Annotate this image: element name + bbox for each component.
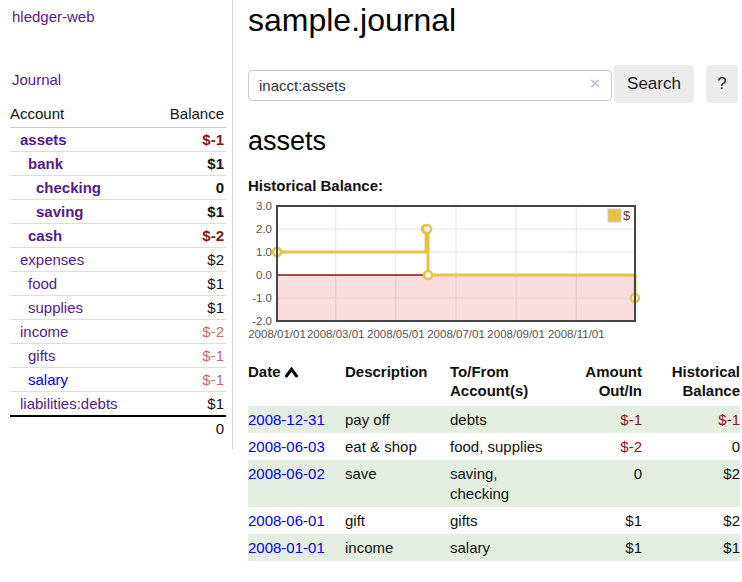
- transaction-date-link[interactable]: 2008-06-03: [248, 438, 325, 455]
- register-header-row: Date Description To/From Account(s) Amou…: [248, 360, 740, 406]
- account-name-cell: liabilities:debts: [10, 392, 152, 417]
- search-button[interactable]: Search: [614, 65, 694, 103]
- account-name-cell: bank: [10, 152, 152, 176]
- account-link[interactable]: gifts: [28, 347, 56, 364]
- account-link[interactable]: food: [28, 275, 57, 292]
- register-header-description: Description: [345, 360, 450, 406]
- register-date-cell: 2008-12-31: [248, 406, 345, 433]
- account-balance: $1: [152, 272, 226, 296]
- y-tick-label: 2.0: [256, 223, 272, 235]
- accounts-header-row: Account Balance: [10, 102, 226, 128]
- accounts-total-row: 0: [10, 416, 226, 440]
- register-row: 2008-06-03eat & shopfood, supplies$-20: [248, 433, 740, 460]
- chart-title: Historical Balance:: [248, 177, 383, 194]
- account-row: bank$1: [10, 152, 226, 176]
- x-tick-label: 2008/03/01: [307, 328, 365, 340]
- data-point-marker: [424, 271, 432, 279]
- account-link[interactable]: bank: [28, 155, 63, 172]
- accounts-total-value: 0: [152, 416, 226, 440]
- x-tick-label: 2008/09/01: [487, 328, 545, 340]
- register-row: 2008-06-01giftgifts$1$2: [248, 507, 740, 534]
- account-row: income$-2: [10, 320, 226, 344]
- sort-ascending-icon: [285, 363, 298, 382]
- account-heading: assets: [248, 126, 326, 157]
- accounts-table: Account Balance assets$-1bank$1checking0…: [10, 102, 226, 440]
- register-date-cell: 2008-06-01: [248, 507, 345, 534]
- register-balance-cell: $-1: [642, 406, 740, 433]
- chart-canvas: 3.02.01.00.0-1.0-2.02008/01/012008/03/01…: [240, 200, 642, 344]
- legend-swatch: [608, 209, 621, 222]
- register-date-cell: 2008-06-02: [248, 460, 345, 507]
- sidebar-divider: [232, 0, 233, 449]
- register-accounts-cell: food, supplies: [450, 433, 562, 460]
- transaction-date-link[interactable]: 2008-06-02: [248, 465, 325, 482]
- page-title: sample.journal: [248, 2, 456, 39]
- account-row: supplies$1: [10, 296, 226, 320]
- account-link[interactable]: cash: [28, 227, 62, 244]
- register-header-date[interactable]: Date: [248, 360, 345, 406]
- register-description-cell: gift: [345, 507, 450, 534]
- register-row: 2008-06-02savesaving, checking0$2: [248, 460, 740, 507]
- register-table: Date Description To/From Account(s) Amou…: [248, 360, 740, 561]
- account-row: expenses$2: [10, 248, 226, 272]
- y-tick-label: 3.0: [256, 200, 272, 212]
- account-row: liabilities:debts$1: [10, 392, 226, 417]
- account-link[interactable]: assets: [20, 131, 67, 148]
- register-header-date-label: Date: [248, 363, 281, 380]
- register-amount-cell: $-1: [562, 406, 642, 433]
- account-link[interactable]: liabilities:debts: [20, 395, 118, 412]
- hledger-web-app: hledger-web Journal Account Balance asse…: [0, 0, 742, 582]
- accounts-header-balance: Balance: [152, 102, 226, 128]
- account-name-cell: gifts: [10, 344, 152, 368]
- y-tick-label: -1.0: [252, 292, 272, 304]
- search-help-button[interactable]: ?: [706, 65, 738, 103]
- register-description-cell: eat & shop: [345, 433, 450, 460]
- account-name-cell: income: [10, 320, 152, 344]
- account-link[interactable]: checking: [36, 179, 101, 196]
- register-description-cell: income: [345, 534, 450, 561]
- account-row: cash$-2: [10, 224, 226, 248]
- transaction-date-link[interactable]: 2008-06-01: [248, 512, 325, 529]
- x-tick-label: 2008/07/01: [427, 328, 485, 340]
- account-name-cell: checking: [10, 176, 152, 200]
- transaction-date-link[interactable]: 2008-12-31: [248, 411, 325, 428]
- account-balance: 0: [152, 176, 226, 200]
- account-link[interactable]: salary: [28, 371, 68, 388]
- account-row: food$1: [10, 272, 226, 296]
- account-link[interactable]: expenses: [20, 251, 84, 268]
- account-balance: $-2: [152, 224, 226, 248]
- legend-label: $: [623, 208, 631, 223]
- account-balance: $1: [152, 200, 226, 224]
- register-balance-cell: $1: [642, 534, 740, 561]
- data-point-marker: [423, 225, 431, 233]
- register-amount-cell: $1: [562, 507, 642, 534]
- x-tick-label: 2008/01/01: [248, 328, 306, 340]
- y-tick-label: 0.0: [256, 269, 272, 281]
- account-link[interactable]: supplies: [28, 299, 83, 316]
- transaction-date-link[interactable]: 2008-01-01: [248, 539, 325, 556]
- register-balance-cell: 0: [642, 433, 740, 460]
- account-name-cell: expenses: [10, 248, 152, 272]
- sidebar-item-journal[interactable]: Journal: [12, 71, 61, 88]
- account-balance: $-2: [152, 320, 226, 344]
- clear-search-icon[interactable]: ×: [590, 74, 600, 94]
- account-balance: $-1: [152, 128, 226, 152]
- account-link[interactable]: saving: [36, 203, 84, 220]
- y-tick-label: -2.0: [252, 315, 272, 327]
- account-balance: $-1: [152, 368, 226, 392]
- account-link[interactable]: income: [20, 323, 68, 340]
- y-tick-label: 1.0: [256, 246, 272, 258]
- register-amount-cell: $-2: [562, 433, 642, 460]
- register-row: 2008-12-31pay offdebts$-1$-1: [248, 406, 740, 433]
- register-header-accounts: To/From Account(s): [450, 360, 562, 406]
- x-tick-label: 2008/05/01: [367, 328, 425, 340]
- accounts-total-spacer: [10, 416, 152, 440]
- register-balance-cell: $2: [642, 460, 740, 507]
- brand-link[interactable]: hledger-web: [12, 8, 95, 25]
- search-input[interactable]: [248, 70, 612, 101]
- register-description-cell: pay off: [345, 406, 450, 433]
- register-row: 2008-01-01incomesalary$1$1: [248, 534, 740, 561]
- register-balance-cell: $2: [642, 507, 740, 534]
- negative-region: [277, 275, 635, 321]
- account-name-cell: saving: [10, 200, 152, 224]
